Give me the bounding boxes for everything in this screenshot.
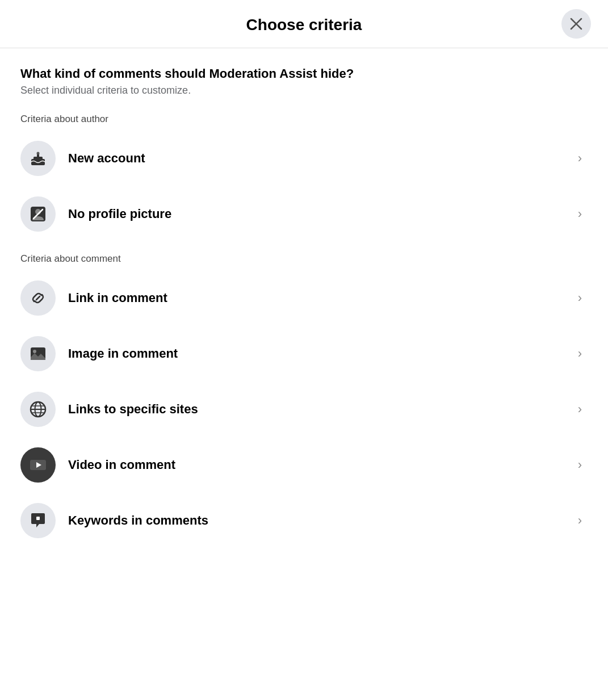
video-icon: [29, 456, 47, 474]
criteria-item-video-in-comment[interactable]: Video in comment ›: [20, 437, 588, 493]
image-chevron: ›: [578, 346, 582, 361]
new-account-icon-wrap: [20, 141, 56, 176]
speech-flag-icon: [29, 512, 47, 530]
no-profile-chevron: ›: [578, 207, 582, 221]
criteria-item-new-account[interactable]: New account ›: [20, 131, 588, 186]
criteria-item-keywords-in-comments[interactable]: Keywords in comments ›: [20, 493, 588, 548]
globe-icon: [29, 400, 47, 418]
intro-heading: What kind of comments should Moderation …: [20, 66, 588, 81]
globe-chevron: ›: [578, 402, 582, 417]
author-group-label: Criteria about author: [20, 114, 588, 125]
svg-point-5: [37, 152, 40, 155]
criteria-item-left: Video in comment: [20, 447, 175, 483]
video-chevron: ›: [578, 458, 582, 472]
link-icon-wrap: [20, 280, 56, 316]
image-label: Image in comment: [68, 346, 178, 361]
criteria-item-left: New account: [20, 141, 145, 176]
link-label: Link in comment: [68, 291, 167, 305]
close-button[interactable]: [561, 9, 591, 39]
comment-criteria-list: Link in comment › Image in comment: [20, 270, 588, 548]
modal-header: Choose criteria: [0, 0, 608, 48]
comment-group-label: Criteria about comment: [20, 253, 588, 265]
cake-icon: [29, 149, 47, 167]
globe-label: Links to specific sites: [68, 402, 198, 417]
svg-point-10: [33, 350, 36, 353]
criteria-item-left: Link in comment: [20, 280, 167, 316]
modal-title: Choose criteria: [246, 16, 362, 34]
criteria-item-link-in-comment[interactable]: Link in comment ›: [20, 270, 588, 326]
criteria-item-no-profile-picture[interactable]: No profile picture ›: [20, 186, 588, 242]
close-icon: [570, 18, 582, 30]
keywords-chevron: ›: [578, 513, 582, 528]
modal-container: Choose criteria What kind of comments sh…: [0, 0, 608, 700]
criteria-item-left: Keywords in comments: [20, 503, 208, 538]
criteria-item-links-to-specific-sites[interactable]: Links to specific sites ›: [20, 382, 588, 437]
speech-flag-icon-wrap: [20, 503, 56, 538]
video-label: Video in comment: [68, 458, 175, 472]
globe-icon-wrap: [20, 392, 56, 427]
modal-content: What kind of comments should Moderation …: [0, 48, 608, 578]
svg-rect-18: [36, 517, 40, 520]
new-account-chevron: ›: [578, 151, 582, 166]
keywords-label: Keywords in comments: [68, 513, 208, 528]
image-icon-wrap: [20, 336, 56, 371]
no-profile-icon-wrap: [20, 196, 56, 232]
video-icon-wrap: [20, 447, 56, 483]
intro-subtitle: Select individual criteria to customize.: [20, 85, 588, 97]
link-chevron: ›: [578, 291, 582, 305]
criteria-item-left: No profile picture: [20, 196, 171, 232]
link-icon: [29, 289, 47, 307]
criteria-item-left: Links to specific sites: [20, 392, 198, 427]
criteria-item-image-in-comment[interactable]: Image in comment ›: [20, 326, 588, 382]
image-icon: [29, 345, 47, 363]
new-account-label: New account: [68, 151, 145, 166]
svg-rect-2: [31, 159, 45, 165]
no-profile-label: No profile picture: [68, 207, 171, 221]
criteria-item-left: Image in comment: [20, 336, 178, 371]
author-criteria-list: New account › No prof: [20, 131, 588, 242]
no-profile-icon: [29, 205, 47, 223]
